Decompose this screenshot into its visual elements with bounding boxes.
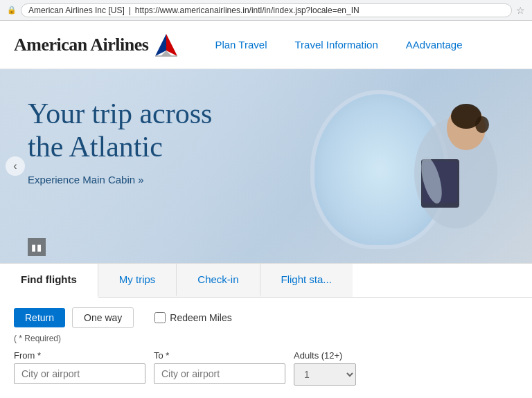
return-button[interactable]: Return — [14, 308, 65, 327]
url-separator: | — [129, 6, 131, 15]
to-input[interactable] — [154, 363, 285, 384]
hero-title: Your trip across the Atlantic — [28, 97, 212, 164]
redeem-miles-checkbox[interactable] — [154, 312, 166, 323]
nav-travel-information[interactable]: Travel Information — [294, 39, 378, 51]
tab-check-in[interactable]: Check-in — [177, 264, 260, 297]
nav-links: Plan Travel Travel Information AAdvantag… — [215, 39, 462, 51]
site-name: American Airlines Inc [US] — [28, 6, 125, 15]
to-field-group: To * — [154, 350, 285, 384]
lock-icon: 🔒 — [7, 6, 17, 15]
adults-select[interactable]: 1 2 3 4 5 — [294, 363, 356, 386]
adults-field-group: Adults (12+) 1 2 3 4 5 — [294, 350, 356, 386]
url-text: https://www.americanairlines.in/intl/in/… — [135, 6, 360, 15]
booking-tabs: Find flights My trips Check-in Flight st… — [0, 264, 532, 298]
aa-logo — [152, 31, 180, 59]
main-nav: American Airlines Plan Travel Travel Inf… — [0, 21, 532, 69]
required-note: ( * Required) — [14, 334, 518, 343]
pause-icon: ▮▮ — [31, 242, 42, 253]
tab-my-trips[interactable]: My trips — [98, 264, 177, 297]
browser-bar: 🔒 American Airlines Inc [US] | https://w… — [0, 0, 532, 21]
from-field-group: From * — [14, 350, 145, 384]
nav-aadvantage[interactable]: AAdvantage — [406, 39, 463, 51]
oneway-button[interactable]: One way — [72, 307, 134, 328]
redeem-miles-group: Redeem Miles — [154, 312, 231, 323]
hero-banner: Your trip across the Atlantic Experience… — [0, 69, 532, 263]
adults-label: Adults (12+) — [294, 350, 356, 361]
tab-flight-status[interactable]: Flight sta... — [260, 264, 353, 297]
carousel-pause-button[interactable]: ▮▮ — [28, 238, 46, 256]
bookmark-icon[interactable]: ☆ — [516, 5, 525, 16]
hero-subtitle[interactable]: Experience Main Cabin » — [28, 174, 212, 186]
tab-find-flights[interactable]: Find flights — [0, 264, 98, 298]
redeem-miles-label: Redeem Miles — [170, 312, 231, 323]
person-silhouette — [366, 90, 518, 263]
form-fields: From * To * Adults (12+) 1 2 3 4 5 — [14, 350, 518, 386]
booking-form-area: Return One way Redeem Miles ( * Required… — [0, 298, 532, 392]
nav-plan-travel[interactable]: Plan Travel — [215, 39, 267, 51]
svg-point-7 — [475, 116, 489, 133]
hero-text: Your trip across the Atlantic Experience… — [28, 97, 212, 186]
trip-type-row: Return One way Redeem Miles — [14, 307, 518, 328]
carousel-prev-button[interactable]: ‹ — [6, 156, 25, 176]
to-label: To * — [154, 350, 285, 361]
logo-text: American Airlines — [14, 35, 148, 55]
url-bar[interactable]: American Airlines Inc [US] | https://www… — [21, 3, 512, 17]
booking-section: Find flights My trips Check-in Flight st… — [0, 263, 532, 392]
logo-area[interactable]: American Airlines — [14, 31, 180, 59]
from-label: From * — [14, 350, 145, 361]
hero-image — [255, 69, 532, 263]
from-input[interactable] — [14, 363, 145, 384]
